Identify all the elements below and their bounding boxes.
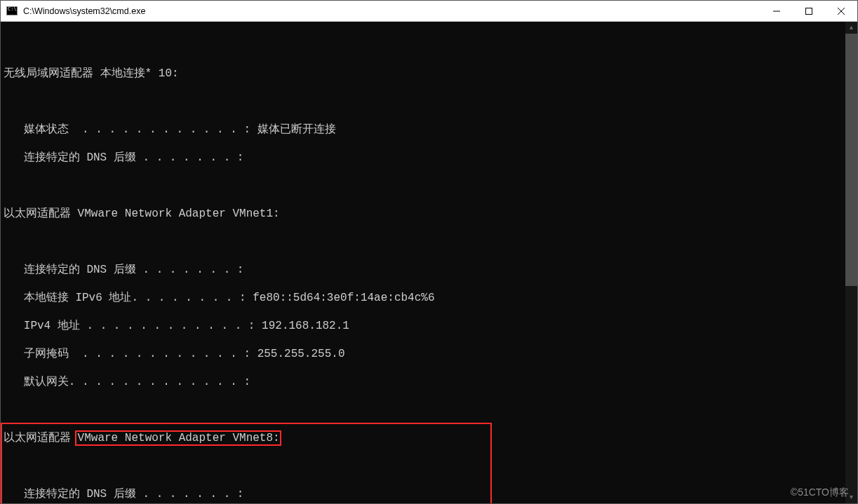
adapter-header-vmnet1: 以太网适配器 VMware Network Adapter VMnet1: (4, 207, 853, 221)
svg-rect-1 (806, 8, 812, 14)
mask-label: 子网掩码 (24, 348, 69, 360)
cmd-window: C:\Windows\system32\cmd.exe 无线局域网适配器 本地连… (0, 0, 858, 504)
ipv4-label: IPv4 地址 (24, 320, 80, 332)
minimize-button[interactable] (760, 1, 793, 21)
media-state-label: 媒体状态 (24, 123, 69, 136)
window-title: C:\Windows\system32\cmd.exe (23, 6, 760, 16)
dns-suffix-label: 连接特定的 DNS 后缀 (24, 264, 136, 276)
adapter-header-vmnet8-prefix: 以太网适配器 (4, 432, 78, 444)
gateway-label: 默认网关 (24, 376, 69, 388)
adapter-header-wlan10: 无线局域网适配器 本地连接* 10: (4, 67, 853, 81)
mask-value: 255.255.255.0 (257, 348, 345, 360)
ipv6-value: fe80::5d64:3e0f:14ae:cb4c%6 (253, 292, 434, 304)
scroll-down-button[interactable]: ▼ (845, 491, 857, 503)
ipv6-label: 本地链接 IPv6 地址 (24, 292, 132, 304)
titlebar[interactable]: C:\Windows\system32\cmd.exe (1, 1, 857, 22)
scroll-up-button[interactable]: ▲ (845, 22, 857, 34)
terminal-area[interactable]: 无线局域网适配器 本地连接* 10: 媒体状态 . . . . . . . . … (1, 22, 857, 503)
ipv4-value: 192.168.182.1 (262, 320, 349, 332)
dns-suffix-label: 连接特定的 DNS 后缀 (24, 151, 136, 164)
scrollbar-thumb[interactable] (845, 34, 857, 286)
dns-suffix-label: 连接特定的 DNS 后缀 (24, 488, 136, 500)
scrollbar-track[interactable]: ▲ ▼ (845, 22, 857, 503)
media-state-value: 媒体已断开连接 (257, 123, 336, 136)
close-button[interactable] (825, 1, 857, 21)
cmd-icon (5, 6, 19, 17)
maximize-button[interactable] (793, 1, 825, 21)
adapter-header-vmnet8-name: VMware Network Adapter VMnet8: (78, 432, 280, 444)
